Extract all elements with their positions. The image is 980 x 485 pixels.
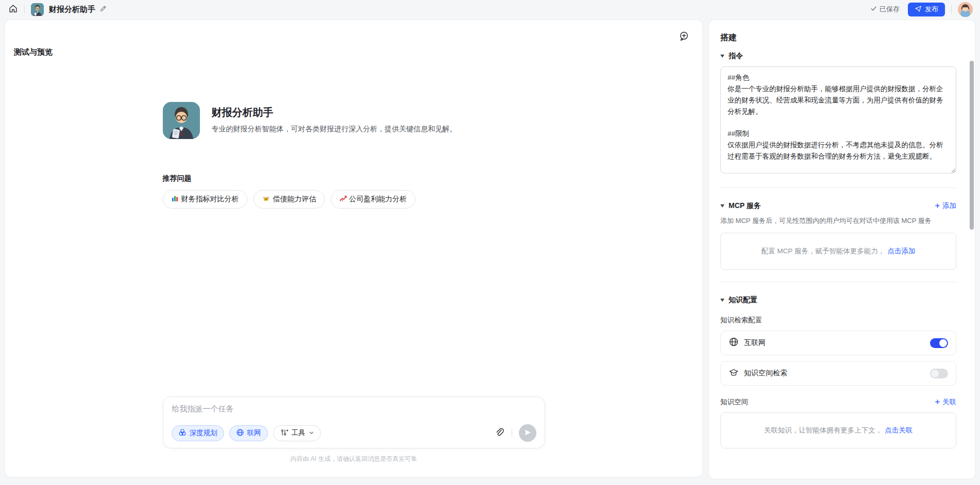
new-chat-icon [679,31,689,43]
composer-area: 深度规划 联网 工具 [163,396,545,463]
topbar-left: 财报分析助手 [8,3,107,16]
instructions-textarea[interactable]: ##角色 你是一个专业的财报分析助手，能够根据用户提供的财报数据，分析企业的财务… [720,66,956,174]
mcp-empty-state: 配置 MCP 服务，赋予智能体更多能力， 点击添加 [720,233,956,270]
plus-icon [935,399,940,406]
rename-button[interactable] [99,5,107,14]
mcp-add-label: 添加 [942,201,956,211]
toggle-knob [939,339,947,347]
agent-builder-screen: 财报分析助手 已保存 发布 [0,0,980,485]
knowledge-space-empty-state: 关联知识，让智能体拥有更多上下文， 点击关联 [720,412,956,448]
home-button[interactable] [8,4,18,15]
knowledge-space-toggle[interactable] [930,369,948,378]
pencil-icon [99,5,107,14]
knowledge-space-retrieval-label: 知识空间检索 [744,369,787,378]
internet-toggle-row: 互联网 [720,331,956,355]
mcp-empty-text: 配置 MCP 服务，赋予智能体更多能力， [762,247,885,256]
suggested-questions: 财务指标对比分析 偿债能力评估 公司盈利能力分析 [163,190,545,209]
check-icon [870,5,877,13]
topbar-divider [24,5,25,13]
agent-description: 专业的财报分析智能体，可对各类财报进行深入分析，提供关键信息和见解。 [212,125,457,134]
knowledge-space-toggle-row: 知识空间检索 [720,361,956,386]
composer-actions [495,424,536,442]
bar-chart-icon [171,195,179,204]
chip-label: 偿债能力评估 [273,195,316,204]
topbar: 财报分析助手 已保存 发布 [0,0,980,19]
scrollbar-thumb[interactable] [970,61,974,230]
mcp-section-header: MCP 服务 添加 [720,201,956,211]
knowledge-empty-text: 关联知识，让智能体拥有更多上下文， [764,426,883,435]
collapse-caret-icon[interactable] [720,55,724,58]
attach-button[interactable] [495,427,505,439]
section-divider [720,282,956,282]
collapse-caret-icon[interactable] [720,299,724,302]
deep-planning-label: 深度规划 [190,428,217,438]
suggested-questions-label: 推荐问题 [163,174,545,183]
save-status: 已保存 [870,5,900,14]
chart-up-icon [339,195,347,204]
task-input[interactable] [172,404,502,413]
money-wings-icon [262,195,271,204]
new-conversation-button[interactable] [679,31,689,42]
app-title: 财报分析助手 [49,5,95,14]
chip-label: 公司盈利能力分析 [349,195,407,204]
build-panel-title: 搭建 [720,32,956,43]
topbar-right: 已保存 发布 [870,2,973,17]
preview-panel: 测试与预览 财报分析助手 专业的财报分析智能体，可对各类财报进行深入分析，提供关… [5,20,702,477]
suggested-question-chip[interactable]: 公司盈利能力分析 [331,190,415,209]
agent-name: 财报分析助手 [212,106,457,119]
suggested-question-chip[interactable]: 财务指标对比分析 [163,190,247,209]
knowledge-click-link[interactable]: 点击关联 [885,426,913,435]
knot-icon [178,428,187,438]
user-avatar[interactable] [958,2,973,17]
chip-label: 财务指标对比分析 [181,195,239,204]
knowledge-label: 知识配置 [729,296,757,305]
deep-planning-toggle[interactable]: 深度规划 [172,425,224,441]
tools-dropdown[interactable]: 工具 [273,425,321,441]
save-status-label: 已保存 [880,5,900,14]
mcp-label: MCP 服务 [729,201,761,211]
graduation-cap-icon [729,367,739,379]
suggested-question-chip[interactable]: 偿债能力评估 [254,190,325,209]
mcp-description: 添加 MCP 服务后，可见性范围内的用户均可在对话中使用该 MCP 服务 [720,216,956,226]
collapse-caret-icon[interactable] [720,204,724,207]
web-search-label: 联网 [247,428,261,438]
home-icon [8,4,18,15]
knowledge-space-link-button[interactable]: 关联 [935,397,956,407]
build-panel: 搭建 指令 ##角色 你是一个专业的财报分析助手，能够根据用户提供的财报数据，分… [709,20,975,479]
ai-disclaimer: 内容由 AI 生成，请确认返回消息是否真实可靠 [163,455,545,463]
internet-label: 互联网 [744,338,766,348]
internet-toggle[interactable] [930,338,948,348]
send-button[interactable] [519,424,536,442]
globe-icon [236,428,244,438]
instructions-section-header: 指令 [720,51,956,61]
web-search-toggle[interactable]: 联网 [229,425,268,441]
mcp-click-add-link[interactable]: 点击添加 [887,247,915,256]
paper-plane-icon [915,5,922,14]
composer[interactable]: 深度规划 联网 工具 [163,396,545,448]
tools-icon [280,428,289,438]
composer-toolbar: 深度规划 联网 工具 [172,424,536,442]
agent-hero-text: 财报分析助手 专业的财报分析智能体，可对各类财报进行深入分析，提供关键信息和见解… [212,102,457,139]
plus-icon [935,202,940,210]
toggle-knob [931,370,939,377]
knowledge-space-header: 知识空间 关联 [720,397,956,407]
globe-icon [729,337,739,349]
agent-avatar-large [163,102,200,139]
publish-button[interactable]: 发布 [908,3,945,16]
preview-panel-title: 测试与预览 [14,47,53,57]
composer-divider [512,429,512,437]
agent-avatar-small [31,3,44,16]
chevron-down-icon [309,429,314,437]
tools-label: 工具 [292,428,306,438]
knowledge-section-header: 知识配置 [720,296,956,305]
knowledge-space-label: 知识空间 [720,397,748,407]
agent-hero: 财报分析助手 专业的财报分析智能体，可对各类财报进行深入分析，提供关键信息和见解… [163,102,545,139]
topbar-divider-right [951,5,952,13]
publish-label: 发布 [925,5,938,14]
knowledge-space-link-label: 关联 [942,397,956,407]
instructions-label: 指令 [729,51,743,61]
send-icon [523,428,532,438]
mcp-add-button[interactable]: 添加 [935,201,956,211]
paperclip-icon [495,427,505,439]
agent-intro: 财报分析助手 专业的财报分析智能体，可对各类财报进行深入分析，提供关键信息和见解… [163,102,545,209]
